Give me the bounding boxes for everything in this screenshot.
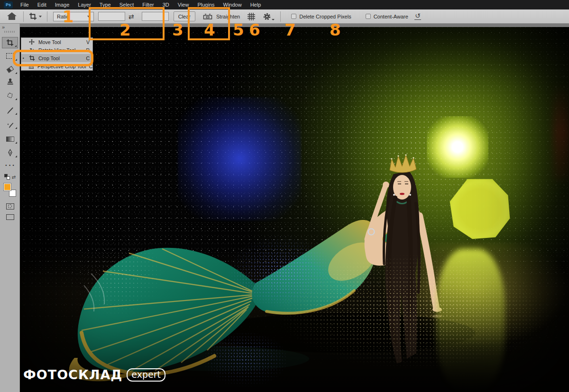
flyout-label: Perspective Crop Tool bbox=[37, 64, 86, 69]
crop-width-input[interactable] bbox=[98, 12, 125, 21]
photoshop-window: Ps File Edit Image Layer Type Select Fil… bbox=[0, 0, 569, 392]
edit-toolbar-button[interactable]: • • • bbox=[2, 160, 18, 171]
eraser-icon bbox=[6, 66, 14, 73]
blue-sparkles-floor bbox=[202, 332, 289, 388]
screen-mode-button[interactable] bbox=[2, 211, 18, 223]
brush-tool-button[interactable] bbox=[2, 104, 18, 116]
flyout-item-crop-tool[interactable]: ▪ Crop Tool C bbox=[21, 54, 92, 62]
background-color-swatch[interactable] bbox=[9, 190, 16, 197]
content-aware-checkbox[interactable] bbox=[366, 14, 371, 19]
default-colors-icon bbox=[4, 174, 10, 180]
ellipsis-icon: • • • bbox=[5, 163, 14, 168]
chevron-down-icon bbox=[39, 16, 42, 18]
reset-icon[interactable]: ↺ bbox=[414, 12, 421, 20]
watermark-brand: ФОТОСКЛАД bbox=[23, 367, 122, 382]
crop-tool-button[interactable] bbox=[2, 37, 18, 48]
rotate-view-icon: ↻ bbox=[28, 47, 36, 53]
patch-tool-button[interactable] bbox=[2, 90, 18, 101]
delete-cropped-pixels-option[interactable]: Delete Cropped Pixels bbox=[291, 14, 351, 19]
clone-stamp-tool-button[interactable] bbox=[2, 76, 18, 88]
menu-layer[interactable]: Layer bbox=[73, 0, 95, 9]
menu-image[interactable]: Image bbox=[51, 0, 74, 9]
menu-bar: Ps File Edit Image Layer Type Select Fil… bbox=[0, 0, 569, 9]
current-tool-button[interactable] bbox=[27, 12, 44, 20]
panel-grip[interactable] bbox=[4, 31, 16, 33]
menu-type[interactable]: Type bbox=[95, 0, 115, 9]
menu-window[interactable]: Window bbox=[219, 0, 246, 9]
grid-overlay-icon bbox=[247, 12, 256, 21]
crop-icon bbox=[29, 12, 37, 20]
document-canvas[interactable]: ФОТОСКЛАД expert bbox=[20, 27, 569, 392]
chevron-down-icon bbox=[87, 16, 90, 18]
clone-stamp-icon bbox=[6, 78, 14, 86]
tools-panel: » • • • ⇄ bbox=[0, 24, 20, 392]
current-tool-bullet: ▪ bbox=[23, 56, 24, 60]
eraser-tool-button[interactable] bbox=[2, 64, 18, 75]
separator bbox=[23, 11, 24, 22]
menu-plugins[interactable]: Plugins bbox=[193, 0, 219, 9]
flyout-shortcut: V bbox=[86, 39, 90, 45]
straighten-icon bbox=[203, 13, 212, 20]
clear-button[interactable]: Clear bbox=[174, 11, 195, 21]
gradient-tool-button[interactable] bbox=[2, 133, 18, 145]
gear-icon bbox=[263, 12, 271, 21]
white-splash-spray bbox=[71, 230, 164, 318]
flyout-shortcut: C bbox=[86, 55, 90, 61]
crop-settings-button[interactable] bbox=[263, 12, 275, 21]
crop-icon bbox=[6, 39, 14, 46]
chevron-down-icon bbox=[272, 19, 275, 20]
aspect-preset-dropdown[interactable]: Ratio bbox=[53, 12, 94, 21]
mixer-brush-tool-button[interactable] bbox=[2, 119, 18, 130]
watermark-badge: expert bbox=[127, 368, 165, 382]
menu-select[interactable]: Select bbox=[115, 0, 138, 9]
patch-icon bbox=[6, 91, 14, 99]
delete-cropped-pixels-checkbox[interactable] bbox=[291, 14, 296, 19]
menu-edit[interactable]: Edit bbox=[33, 0, 51, 9]
foreground-color-swatch[interactable] bbox=[4, 183, 11, 191]
straighten-label: Straighten bbox=[216, 14, 240, 19]
flyout-label: Crop Tool bbox=[38, 55, 83, 61]
flyout-label: Rotate View Tool bbox=[38, 47, 83, 53]
flyout-shortcut: C bbox=[89, 64, 93, 69]
expand-panel-icon[interactable]: » bbox=[2, 24, 4, 30]
quick-mask-button[interactable] bbox=[2, 201, 18, 212]
flyout-label: Move Tool bbox=[38, 39, 83, 45]
flyout-item-perspective-crop-tool[interactable]: Perspective Crop Tool C bbox=[21, 62, 92, 70]
menu-file[interactable]: File bbox=[16, 0, 33, 9]
content-aware-label: Content-Aware bbox=[374, 14, 408, 19]
gradient-icon bbox=[6, 137, 14, 142]
pen-icon bbox=[7, 149, 14, 156]
swap-colors-button[interactable]: ⇄ bbox=[2, 171, 18, 182]
swap-width-height-icon[interactable]: ⇄ bbox=[128, 13, 134, 20]
menu-help[interactable]: Help bbox=[246, 0, 266, 9]
marquee-icon bbox=[6, 53, 14, 59]
move-icon bbox=[28, 39, 35, 46]
home-icon[interactable] bbox=[9, 16, 15, 20]
straighten-button[interactable]: Straighten bbox=[203, 13, 240, 20]
flyout-item-move-tool[interactable]: Move Tool V bbox=[21, 38, 92, 46]
crop-icon bbox=[29, 55, 35, 61]
crop-options-bar: Ratio ⇄ Clear Straighten Delete Cropped … bbox=[0, 9, 569, 24]
rectangular-marquee-tool-button[interactable] bbox=[2, 50, 18, 62]
menu-3d[interactable]: 3D bbox=[158, 0, 174, 9]
menu-view[interactable]: View bbox=[174, 0, 193, 9]
screen-mode-icon bbox=[6, 214, 14, 220]
photoshop-logo: Ps bbox=[4, 1, 13, 9]
flyout-shortcut: R bbox=[86, 47, 90, 53]
aspect-preset-value: Ratio bbox=[57, 14, 69, 19]
color-swatches[interactable] bbox=[2, 182, 18, 199]
brush-icon bbox=[6, 106, 14, 114]
crop-height-input[interactable] bbox=[142, 12, 169, 21]
swap-colors-icon: ⇄ bbox=[12, 174, 16, 180]
content-aware-option[interactable]: Content-Aware bbox=[366, 14, 408, 19]
pen-tool-button[interactable] bbox=[2, 147, 18, 158]
flyout-item-rotate-view-tool[interactable]: ↻ Rotate View Tool R bbox=[21, 46, 92, 54]
canvas-top-edge bbox=[20, 24, 569, 27]
delete-cropped-pixels-label: Delete Cropped Pixels bbox=[299, 14, 351, 19]
blue-sparkles-upper bbox=[228, 235, 334, 308]
separator bbox=[280, 11, 281, 22]
crop-overlay-options-button[interactable] bbox=[247, 12, 256, 21]
menu-filter[interactable]: Filter bbox=[138, 0, 158, 9]
crop-tool-flyout-menu: Move Tool V ↻ Rotate View Tool R ▪ Crop … bbox=[21, 37, 93, 71]
quick-mask-icon bbox=[6, 203, 14, 210]
